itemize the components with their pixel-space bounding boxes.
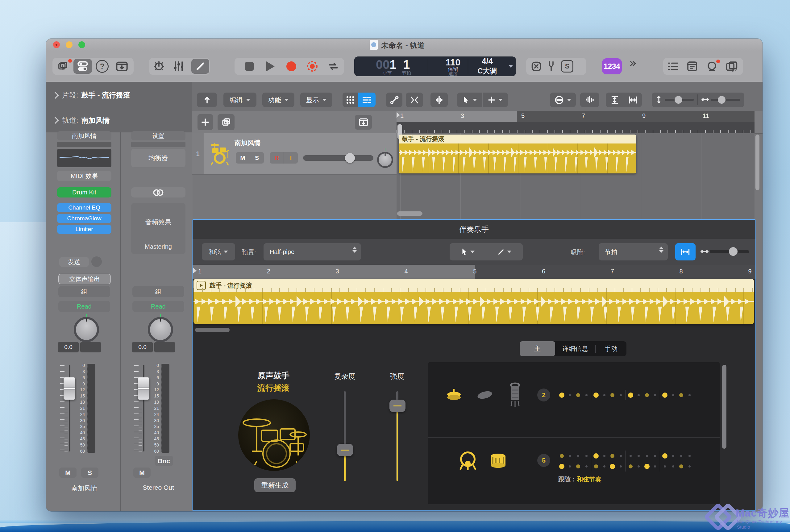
strip2-automation-button[interactable]: Read xyxy=(132,301,184,312)
zoom-button[interactable] xyxy=(78,41,85,48)
duplicate-track-button[interactable] xyxy=(217,114,234,130)
strip2-eq-slot[interactable]: 均衡器 xyxy=(131,149,186,167)
intensity-handle[interactable] xyxy=(389,400,405,412)
h-scrollbar[interactable] xyxy=(397,211,422,216)
track-mute-button[interactable]: M xyxy=(236,152,250,164)
capture-recording-button[interactable] xyxy=(305,61,320,72)
tab-manual[interactable]: 手动 xyxy=(596,341,627,356)
track-inspector-header[interactable]: 轨道: 南加风情 xyxy=(46,109,192,132)
panel-zoom-thumb[interactable] xyxy=(729,247,737,256)
strip1-fader-handle[interactable] xyxy=(63,377,75,400)
minimize-button[interactable] xyxy=(66,41,73,48)
back-button[interactable] xyxy=(197,93,217,107)
strip1-name-button[interactable]: 南加风情 xyxy=(57,131,111,140)
play-button[interactable] xyxy=(263,61,278,72)
ruler-mark[interactable]: 7 xyxy=(582,112,585,119)
strip1-midi-fx-slot[interactable]: MIDI 效果 xyxy=(57,171,111,181)
strip2-mute-button[interactable]: M xyxy=(133,468,151,478)
strip2-fader-handle[interactable] xyxy=(138,377,149,400)
strip1-send-knob[interactable] xyxy=(91,256,102,267)
strip1-group-slot[interactable]: 组 xyxy=(58,286,110,297)
follow-value[interactable]: 和弦节奏 xyxy=(577,476,601,482)
waveform-zoom-button[interactable] xyxy=(580,93,599,107)
ruler-mark[interactable]: 3 xyxy=(461,112,464,119)
more-chevrons-icon[interactable] xyxy=(629,61,635,66)
regenerate-button[interactable]: 重新生成 xyxy=(254,478,296,492)
strip1-solo-button[interactable]: S xyxy=(81,468,98,478)
drummer-region[interactable]: 鼓手 - 流行摇滚 xyxy=(399,135,636,173)
strip2-setting-button[interactable]: 设置 xyxy=(131,131,186,140)
strip2-peak-value[interactable] xyxy=(154,342,175,353)
strip1-pan-knob[interactable] xyxy=(74,317,99,342)
complexity-handle[interactable] xyxy=(337,444,353,456)
strip1-sends-label[interactable]: 发送 xyxy=(59,257,89,267)
chord-menu[interactable]: 和弦 xyxy=(202,243,235,261)
track-name[interactable]: 南加风情 xyxy=(234,138,261,147)
pattern-v-scrollbar[interactable] xyxy=(722,365,727,449)
track-number[interactable]: 1 xyxy=(192,133,204,174)
loop-browser-toggle[interactable] xyxy=(55,60,71,73)
tab-details[interactable]: 详细信息 xyxy=(555,341,595,356)
plugin-slot[interactable]: Channel EQ xyxy=(57,203,111,212)
strip2-stereo-format-button[interactable] xyxy=(131,187,186,197)
no-overlap-button[interactable] xyxy=(529,60,543,73)
ruler-mark[interactable]: 5 xyxy=(521,112,525,119)
record-button[interactable] xyxy=(284,61,299,72)
plugin-slot[interactable]: ChromaGlow xyxy=(57,214,111,223)
strip2-group-slot[interactable]: 组 xyxy=(132,286,184,297)
track-input-button[interactable]: I xyxy=(284,152,298,164)
beat-ruler[interactable] xyxy=(397,122,754,133)
v-zoom-thumb[interactable] xyxy=(675,96,682,104)
count-in-badge[interactable]: 1234 xyxy=(602,58,622,74)
bar-ruler-numbers[interactable]: 1357911 xyxy=(397,111,754,122)
hihat-icon[interactable] xyxy=(446,387,462,403)
track-solo-button[interactable]: S xyxy=(250,152,264,164)
smart-controls-icon[interactable] xyxy=(151,60,167,73)
stop-button[interactable] xyxy=(242,61,257,72)
strip1-output-button[interactable]: 立体声输出 xyxy=(58,274,111,284)
ruler-mark[interactable]: 8 xyxy=(679,268,683,275)
strip1-mute-button[interactable]: M xyxy=(59,468,77,478)
functions-menu[interactable]: 功能 xyxy=(262,93,294,107)
automation-button[interactable] xyxy=(386,93,402,107)
strip2-audio-fx-panel[interactable]: 音频效果 Mastering xyxy=(131,203,186,254)
ruler-mark[interactable]: 9 xyxy=(748,268,751,275)
ruler-mark[interactable]: 9 xyxy=(642,112,646,119)
strip1-automation-button[interactable]: Read xyxy=(58,301,110,312)
library-toggle[interactable] xyxy=(74,59,92,74)
disclosure-chevron-icon2[interactable] xyxy=(52,117,59,124)
ruler-mark[interactable]: 1 xyxy=(198,268,201,275)
panel-ruler-numbers[interactable]: 123456789 xyxy=(193,265,755,279)
track-row[interactable]: 1 南加风情 M S R I xyxy=(192,133,397,175)
snap-split-button[interactable] xyxy=(430,93,448,107)
view-menu[interactable]: 显示 xyxy=(300,93,332,107)
ruler-mark[interactable]: 6 xyxy=(542,268,545,275)
ruler-mark[interactable]: 2 xyxy=(267,268,270,275)
ruler-mark[interactable]: 11 xyxy=(703,112,709,119)
ruler-mark[interactable]: 7 xyxy=(611,268,614,275)
note-pads-icon[interactable] xyxy=(685,60,699,73)
panel-region[interactable]: 鼓手 - 流行摇滚 xyxy=(193,279,754,324)
track-pan-knob[interactable] xyxy=(377,152,393,168)
strip2-gain-slot[interactable] xyxy=(131,142,186,147)
solo-mode-button[interactable]: S xyxy=(560,60,574,73)
tuner-icon[interactable] xyxy=(544,60,558,73)
horizontal-zoom-button[interactable] xyxy=(624,93,642,107)
drummer-image[interactable] xyxy=(238,399,310,471)
panel-pencil-tool[interactable] xyxy=(486,243,523,261)
track-header-collapse-button[interactable] xyxy=(355,115,372,130)
panel-h-scrollbar[interactable] xyxy=(195,328,230,332)
options-menu-button[interactable] xyxy=(550,93,576,107)
ruler-mark[interactable]: 3 xyxy=(336,268,339,275)
vertical-zoom-button[interactable] xyxy=(606,93,624,107)
strip2-volume-value[interactable]: 0.0 xyxy=(132,342,153,353)
grid-view-button[interactable] xyxy=(343,93,358,107)
list-editors-icon[interactable] xyxy=(666,60,680,73)
rows-view-button[interactable] xyxy=(358,93,375,107)
catch-zoom-button[interactable] xyxy=(675,243,696,261)
cycle-button[interactable] xyxy=(326,61,341,72)
mixer-icon[interactable] xyxy=(171,60,186,73)
secondary-tool-button[interactable] xyxy=(483,93,508,107)
close-button[interactable] xyxy=(53,41,60,48)
strip1-instrument-slot[interactable]: Drum Kit xyxy=(57,187,111,197)
